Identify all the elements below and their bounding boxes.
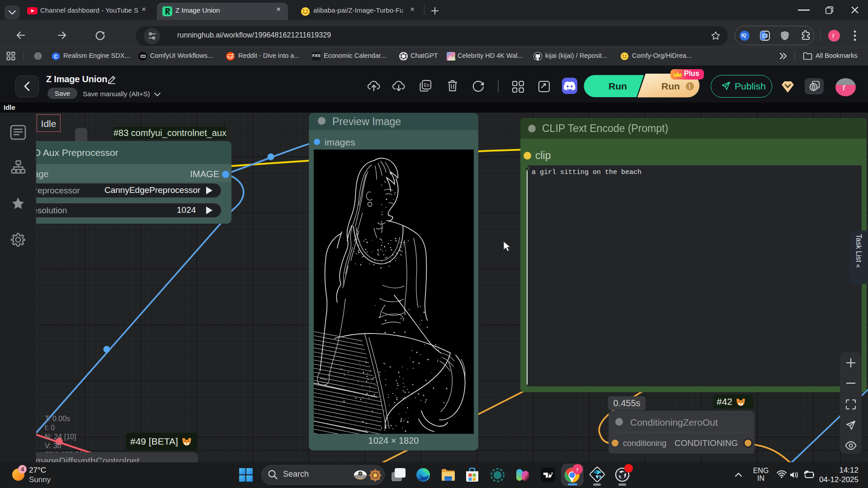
svg-text:C: C [54, 54, 58, 59]
svg-text:!: ! [689, 84, 691, 90]
svg-text:Run: Run [661, 81, 680, 91]
svg-text:Run: Run [609, 81, 627, 91]
svg-text:En: En [424, 83, 429, 88]
